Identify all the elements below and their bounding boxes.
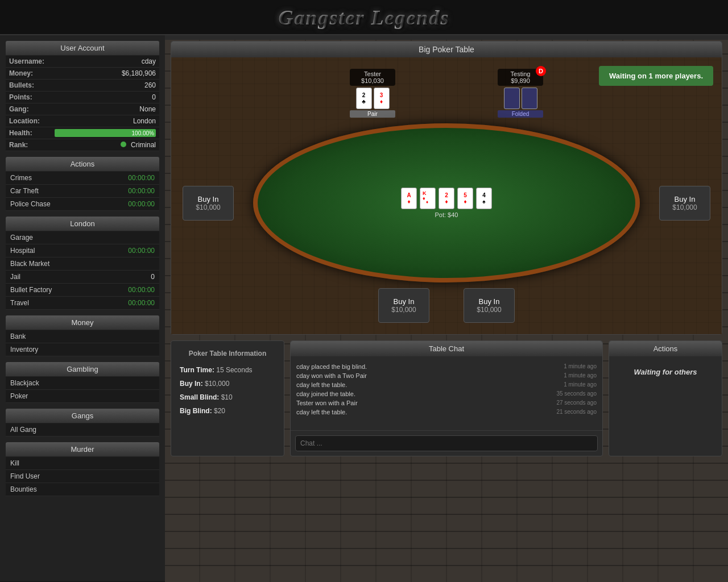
gangs-menu: All Gang — [6, 423, 159, 436]
small-blind-row: Small Blind: $10 — [180, 390, 275, 404]
player2-cards — [498, 88, 543, 109]
chat-title: Table Chat — [291, 341, 602, 356]
chat-message-time: 1 minute ago — [564, 372, 597, 379]
chat-message: Tester won with a Pair27 seconds ago — [296, 398, 597, 408]
health-value: 100.00% — [51, 127, 159, 139]
chat-input[interactable] — [295, 435, 598, 451]
poker-table: A♦ K ♦ — [253, 123, 640, 282]
community-card-3: 2♦ — [439, 188, 454, 209]
police-chase-timer: 00:00:00 — [128, 200, 155, 208]
chat-message: cday won with a Two Pair1 minute ago — [296, 371, 597, 380]
sidebar-item-bank[interactable]: Bank — [6, 330, 159, 343]
hospital-timer: 00:00:00 — [128, 247, 155, 255]
chat-message-text: cday won with a Two Pair — [296, 372, 367, 379]
chat-message: cday placed the big blind.1 minute ago — [296, 362, 597, 371]
gambling-menu: Blackjack Poker — [6, 377, 159, 403]
police-chase-label: Police Chase — [10, 200, 51, 208]
player2-card2 — [522, 88, 537, 109]
player2-seat: Testing $9,890 D Folded — [498, 69, 543, 118]
page-header: Gangster Legends — [0, 0, 728, 35]
sidebar-item-all-gang[interactable]: All Gang — [6, 423, 159, 436]
chat-message-time: 35 seconds ago — [556, 390, 597, 397]
chat-message-text: cday placed the big blind. — [296, 363, 367, 370]
gang-value: None — [51, 103, 159, 115]
london-header: London — [6, 217, 159, 231]
sidebar-item-inventory[interactable]: Inventory — [6, 343, 159, 356]
poker-label: Poker — [10, 392, 28, 400]
black-market-label: Black Market — [10, 260, 49, 268]
chat-messages: cday placed the big blind.1 minute agocd… — [291, 356, 602, 430]
poker-info-title: Poker Table Information — [180, 350, 275, 357]
gang-label: Gang: — [6, 103, 51, 115]
sidebar-item-police-chase[interactable]: Police Chase 00:00:00 — [6, 198, 159, 211]
rank-value: Criminal — [51, 139, 159, 151]
sidebar-item-kill[interactable]: Kill — [6, 457, 159, 470]
buy-in-right-amount: $10,000 — [671, 203, 698, 211]
sidebar-item-car-theft[interactable]: Car Theft 00:00:00 — [6, 185, 159, 198]
sidebar-item-jail[interactable]: Jail 0 — [6, 271, 159, 284]
health-percent-text: 100.00% — [132, 130, 154, 136]
player1-status: Pair — [350, 110, 395, 118]
svg-text:♦: ♦ — [423, 196, 425, 201]
sidebar-item-poker[interactable]: Poker — [6, 390, 159, 403]
chat-message-text: cday left the table. — [296, 381, 347, 388]
user-account-table: Username: cday Money: $6,180,906 Bullets… — [6, 56, 159, 151]
sidebar-item-travel[interactable]: Travel 00:00:00 — [6, 297, 159, 310]
bank-label: Bank — [10, 332, 26, 340]
big-blind-row: Big Blind: $20 — [180, 404, 275, 418]
location-label: Location: — [6, 115, 51, 127]
buy-in-bottom-left-label: Buy In — [390, 297, 417, 306]
player1-card2: 3♦ — [374, 88, 390, 109]
gambling-section: Gambling Blackjack Poker — [6, 362, 159, 403]
chat-message-time: 21 seconds ago — [556, 409, 597, 415]
sidebar-item-black-market[interactable]: Black Market — [6, 257, 159, 271]
chat-message-time: 1 minute ago — [564, 363, 597, 370]
jail-label: Jail — [10, 273, 20, 281]
inventory-label: Inventory — [10, 346, 38, 354]
rank-row: Rank: Criminal — [6, 139, 159, 151]
sidebar-item-blackjack[interactable]: Blackjack — [6, 377, 159, 390]
buy-in-bottom-right[interactable]: Buy In $10,000 — [464, 288, 515, 323]
bounties-label: Bounties — [10, 485, 37, 493]
buy-in-bottom-right-label: Buy In — [475, 297, 503, 306]
poker-info-panel: Poker Table Information Turn Time: 15 Se… — [171, 340, 284, 456]
buy-in-left[interactable]: Buy In $10,000 — [183, 186, 234, 221]
player2-card1 — [504, 88, 520, 109]
player2-money: $9,890 — [502, 77, 539, 84]
sidebar-item-bullet-factory[interactable]: Bullet Factory 00:00:00 — [6, 284, 159, 297]
big-blind-value: $20 — [214, 407, 225, 415]
sidebar-item-bounties[interactable]: Bounties — [6, 483, 159, 496]
murder-section: Murder Kill Find User Bounties — [6, 442, 159, 496]
buy-in-right[interactable]: Buy In $10,000 — [659, 186, 710, 221]
buy-in-info-label: Buy In: — [180, 380, 203, 388]
buy-in-bottom-left[interactable]: Buy In $10,000 — [378, 288, 429, 323]
turn-time-row: Turn Time: 15 Seconds — [180, 363, 275, 377]
turn-time-label: Turn Time: — [180, 366, 214, 374]
poker-title-bar: Big Poker Table — [171, 41, 722, 57]
chat-message-text: cday left the table. — [296, 409, 347, 415]
all-gang-label: All Gang — [10, 426, 36, 434]
user-account-header: User Account — [6, 41, 159, 55]
money-header: Money — [6, 315, 159, 330]
health-row: Health: 100.00% — [6, 127, 159, 139]
blackjack-label: Blackjack — [10, 379, 39, 387]
sidebar-item-crimes[interactable]: Crimes 00:00:00 — [6, 172, 159, 185]
player1-cards: 2♣ 3♦ — [350, 88, 395, 109]
money-value: $6,180,906 — [51, 68, 159, 80]
user-account-section: User Account Username: cday Money: $6,18… — [6, 41, 159, 151]
buy-in-bottom-left-amount: $10,000 — [390, 306, 417, 314]
sidebar-item-find-user[interactable]: Find User — [6, 470, 159, 483]
chat-message: cday left the table.21 seconds ago — [296, 408, 597, 417]
sidebar-item-hospital[interactable]: Hospital 00:00:00 — [6, 244, 159, 257]
player1-info: Tester $10,030 — [350, 69, 395, 86]
pot-display: Pot: $40 — [401, 211, 492, 218]
username-value: cday — [51, 56, 159, 68]
chat-input-area — [291, 430, 602, 456]
money-row: Money: $6,180,906 — [6, 68, 159, 80]
sidebar-item-garage[interactable]: Garage — [6, 231, 159, 244]
actions-panel-title: Actions — [609, 341, 722, 356]
small-blind-label: Small Blind: — [180, 393, 219, 401]
bullet-factory-timer: 00:00:00 — [128, 286, 155, 294]
buy-in-right-label: Buy In — [671, 195, 698, 203]
car-theft-timer: 00:00:00 — [128, 187, 155, 195]
